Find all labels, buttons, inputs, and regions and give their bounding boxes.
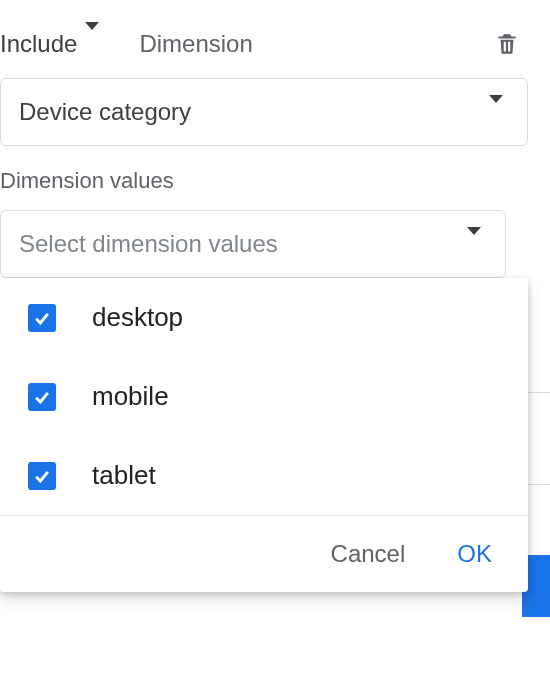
list-item[interactable]: desktop (0, 278, 528, 357)
dimension-values-placeholder: Select dimension values (19, 230, 467, 258)
chevron-down-icon (467, 235, 481, 253)
option-label: desktop (92, 302, 183, 333)
list-item[interactable]: mobile (0, 357, 528, 436)
include-exclude-dropdown[interactable]: Include (0, 30, 99, 58)
cancel-button[interactable]: Cancel (331, 540, 406, 568)
chevron-down-icon (85, 30, 99, 58)
dimension-values-label: Dimension values (0, 168, 550, 194)
dimension-values-select[interactable]: Select dimension values (0, 210, 506, 278)
dimension-values-dropdown-panel: desktop mobile tablet Cancel OK (0, 278, 528, 592)
filter-header: Include Dimension (0, 0, 550, 78)
dimension-select-value: Device category (19, 98, 489, 126)
dimension-select[interactable]: Device category (0, 78, 528, 146)
ok-button[interactable]: OK (457, 540, 492, 568)
list-item[interactable]: tablet (0, 436, 528, 515)
checkbox-checked-icon[interactable] (28, 304, 56, 332)
option-label: tablet (92, 460, 156, 491)
chevron-down-icon (489, 103, 503, 121)
trash-icon[interactable] (494, 31, 520, 57)
dropdown-footer: Cancel OK (0, 515, 528, 592)
include-label: Include (0, 30, 77, 58)
checkbox-checked-icon[interactable] (28, 462, 56, 490)
option-label: mobile (92, 381, 169, 412)
checkbox-checked-icon[interactable] (28, 383, 56, 411)
dimension-type-label: Dimension (139, 30, 252, 58)
